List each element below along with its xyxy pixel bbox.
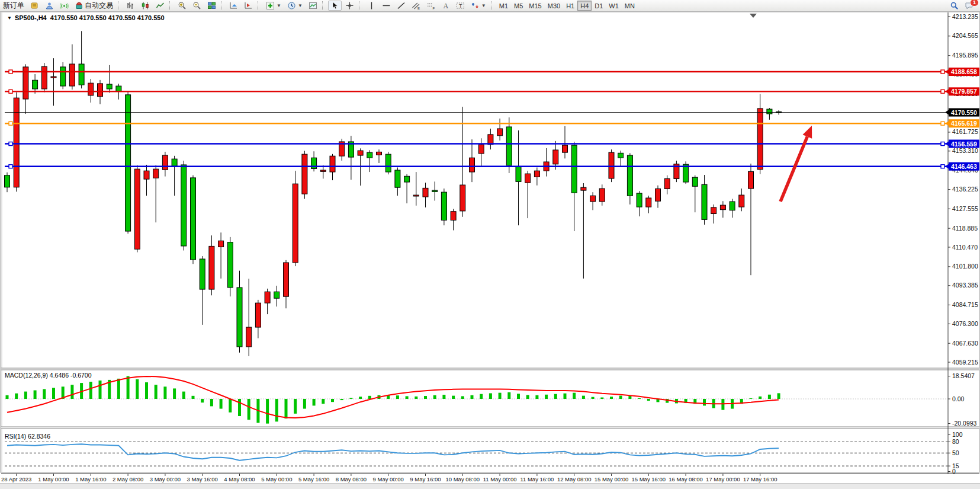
signals-icon <box>60 1 69 10</box>
timeframe-h1[interactable]: H1 <box>563 1 577 11</box>
notifications-button[interactable]: 1 <box>962 1 976 11</box>
profile-button[interactable] <box>43 1 56 11</box>
toolbar-separator <box>491 1 494 10</box>
template-icon <box>309 1 317 10</box>
svg-text:80: 80 <box>952 438 959 445</box>
timeframe-m1[interactable]: M1 <box>496 1 511 11</box>
svg-text:3 May 16:00: 3 May 16:00 <box>187 476 218 482</box>
rsi-label: RSI(14) 62.8346 <box>5 433 50 440</box>
market-watch-icon <box>30 1 39 10</box>
arrow-shapes-icon <box>471 1 480 10</box>
profile-icon <box>45 1 54 10</box>
price-chart[interactable]: 4213.2354204.5654195.8954161.7254153.310… <box>0 11 980 489</box>
svg-text:4118.885: 4118.885 <box>952 225 978 232</box>
cursor-button[interactable] <box>328 1 342 11</box>
svg-text:4101.800: 4101.800 <box>952 263 978 270</box>
svg-text:F: F <box>432 7 435 10</box>
zoom-in-button[interactable] <box>175 1 189 11</box>
indicators-icon <box>266 1 275 10</box>
fibonacci-icon: F <box>426 1 435 10</box>
timeframe-m30[interactable]: M30 <box>545 1 563 11</box>
line-chart-button[interactable] <box>153 1 167 11</box>
svg-text:4156.559: 4156.559 <box>951 140 977 148</box>
timeframe-h4[interactable]: H4 <box>577 1 592 11</box>
svg-text:1 May 16:00: 1 May 16:00 <box>75 476 106 482</box>
text-label-icon: T <box>456 1 465 10</box>
svg-text:16 May 08:00: 16 May 08:00 <box>669 476 703 482</box>
toolbar-separator <box>221 1 224 10</box>
timeframe-m5[interactable]: M5 <box>511 1 526 11</box>
svg-text:15 May 00:00: 15 May 00:00 <box>595 476 629 482</box>
zoom-out-button[interactable] <box>190 1 204 11</box>
svg-text:100: 100 <box>952 431 963 438</box>
chart-area[interactable]: 4213.2354204.5654195.8954161.7254153.310… <box>0 11 980 489</box>
auto-scroll-button[interactable] <box>227 1 240 11</box>
timeframe-mn[interactable]: MN <box>622 1 638 11</box>
chevron-down-icon: ▼ <box>298 3 303 8</box>
svg-text:11 May 16:00: 11 May 16:00 <box>520 476 554 482</box>
candle-chart-button[interactable] <box>139 1 152 11</box>
bar-chart-button[interactable] <box>124 1 137 11</box>
chart-menu-arrow-icon[interactable]: ▼ <box>7 15 12 21</box>
text-button[interactable]: A <box>439 1 452 11</box>
mt4-window: 新订单 自动交易 ▼ ▼ E F A T ▼ <box>0 0 980 489</box>
svg-text:4161.725: 4161.725 <box>952 128 978 135</box>
new-order-button[interactable]: 新订单 <box>1 1 27 11</box>
fibonacci-button[interactable]: F <box>424 1 438 11</box>
search-button[interactable] <box>947 1 961 11</box>
tile-windows-icon <box>207 1 216 10</box>
toolbar-separator <box>169 1 172 10</box>
crosshair-icon <box>345 1 354 10</box>
bar-chart-icon <box>126 1 135 10</box>
signals-button[interactable] <box>57 1 71 11</box>
svg-text:8 May 08:00: 8 May 08:00 <box>336 476 367 482</box>
trendline-button[interactable] <box>394 1 408 11</box>
autotrading-button[interactable]: 自动交易 <box>72 1 115 11</box>
crosshair-button[interactable] <box>343 1 356 11</box>
templates-button[interactable] <box>306 1 320 11</box>
periods-button[interactable]: ▼ <box>285 1 305 11</box>
clock-icon <box>287 1 296 10</box>
svg-text:A: A <box>443 2 448 10</box>
svg-text:4127.555: 4127.555 <box>952 205 978 212</box>
svg-text:28 Apr 2023: 28 Apr 2023 <box>1 476 31 482</box>
horizontal-line-button[interactable] <box>380 1 393 11</box>
toolbar-separator <box>322 1 325 10</box>
new-order-label: 新订单 <box>3 1 24 11</box>
svg-text:0.00: 0.00 <box>952 395 965 402</box>
timeframe-m15[interactable]: M15 <box>526 1 544 11</box>
arrows-button[interactable]: ▼ <box>468 1 489 11</box>
candlestick-chart-icon <box>141 1 150 10</box>
indicators-button[interactable]: ▼ <box>264 1 284 11</box>
chart-shift-button[interactable] <box>242 1 255 11</box>
svg-text:4067.630: 4067.630 <box>952 340 978 347</box>
chart-title-row: ▼SP500-,H4 4170.550 4170.550 4170.550 41… <box>7 14 165 21</box>
cursor-icon <box>330 1 339 10</box>
timeframe-d1[interactable]: D1 <box>592 1 606 11</box>
chart-title: SP500-,H4 4170.550 4170.550 4170.550 417… <box>15 14 165 21</box>
toolbar-separator <box>359 1 362 10</box>
svg-text:4136.225: 4136.225 <box>952 186 978 193</box>
timeframe-w1[interactable]: W1 <box>606 1 622 11</box>
svg-text:0: 0 <box>952 468 956 475</box>
chevron-down-icon: ▼ <box>481 3 486 8</box>
svg-text:4146.463: 4146.463 <box>951 163 977 170</box>
svg-text:4179.857: 4179.857 <box>951 88 977 95</box>
window-bottom-edge <box>0 483 980 489</box>
svg-text:4188.658: 4188.658 <box>951 68 977 75</box>
equidistant-channel-button[interactable]: E <box>409 1 423 11</box>
svg-text:4213.235: 4213.235 <box>952 13 978 20</box>
svg-text:4093.385: 4093.385 <box>952 282 978 289</box>
svg-text:10 May 08:00: 10 May 08:00 <box>446 476 480 482</box>
svg-text:12 May 08:00: 12 May 08:00 <box>557 476 592 482</box>
market-watch-button[interactable] <box>28 1 41 11</box>
vertical-line-button[interactable] <box>365 1 378 11</box>
text-label-button[interactable]: T <box>454 1 467 11</box>
autotrading-icon <box>75 1 83 10</box>
svg-text:11 May 00:00: 11 May 00:00 <box>483 476 517 482</box>
svg-text:9 May 16:00: 9 May 16:00 <box>410 476 441 482</box>
macd-label: MACD(12,26,9) 4.6486 -0.6700 <box>5 372 92 379</box>
tile-windows-button[interactable] <box>205 1 219 11</box>
chevron-down-icon: ▼ <box>277 3 281 8</box>
svg-text:9 May 00:00: 9 May 00:00 <box>373 476 404 482</box>
